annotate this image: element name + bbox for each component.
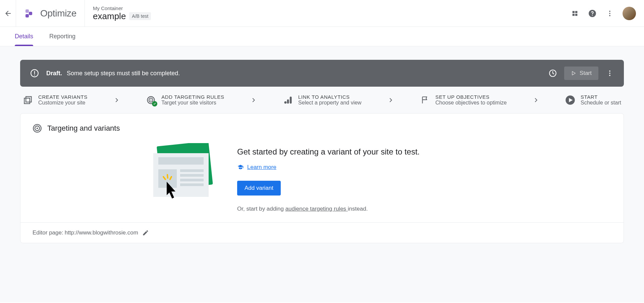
graduation-icon	[237, 164, 244, 171]
more-vert-icon	[606, 10, 613, 17]
header-actions	[570, 7, 636, 20]
svg-rect-8	[34, 71, 35, 74]
flag-icon	[420, 95, 430, 105]
setup-steps: CREATE VARIANTS Customize your site ADD …	[20, 87, 624, 113]
svg-rect-0	[25, 9, 29, 13]
start-button-label: Start	[580, 70, 592, 77]
editor-page-url: http://www.blogwithrosie.com	[65, 229, 138, 236]
product-logo[interactable]: Optimize	[16, 0, 85, 27]
step-create-variants[interactable]: CREATE VARIANTS Customize your site	[23, 94, 88, 106]
svg-point-11	[609, 71, 610, 72]
experiment-name[interactable]: example	[93, 11, 126, 21]
breadcrumb: My Container example A/B test	[85, 5, 151, 21]
card-header: Targeting and variants	[33, 124, 611, 133]
svg-point-19	[284, 101, 287, 103]
status-banner: Draft. Some setup steps must still be co…	[20, 60, 624, 87]
svg-point-4	[609, 10, 610, 12]
svg-point-18	[150, 99, 152, 101]
svg-rect-20	[287, 99, 289, 103]
chevron-right-icon	[113, 96, 120, 104]
svg-rect-21	[290, 96, 292, 103]
svg-rect-14	[24, 98, 30, 103]
card-headline: Get started by creating a variant of you…	[237, 147, 420, 157]
editor-page-label: Editor page:	[33, 229, 63, 236]
step-sub: Target your site visitors	[161, 100, 224, 106]
step-targeting-rules[interactable]: ADD TARGETING RULES Target your site vis…	[146, 94, 224, 106]
analytics-icon	[283, 95, 293, 105]
learn-more-label: Learn more	[247, 164, 276, 171]
tabs: Details Reporting	[0, 27, 644, 46]
help-icon	[588, 9, 597, 18]
status-label: Draft.	[46, 70, 62, 77]
alert-icon	[30, 68, 40, 78]
chevron-right-icon	[532, 96, 540, 104]
chevron-right-icon	[250, 96, 257, 104]
clock-icon	[548, 69, 557, 78]
status-message: Some setup steps must still be completed…	[67, 70, 180, 77]
pencil-icon	[142, 229, 149, 236]
card-title: Targeting and variants	[47, 124, 120, 133]
checkmark-icon	[152, 101, 157, 106]
svg-rect-32	[180, 179, 204, 181]
start-button[interactable]: Start	[564, 67, 598, 80]
step-link-analytics[interactable]: LINK TO ANALYTICS Select a property and …	[283, 94, 362, 106]
svg-line-35	[167, 175, 168, 178]
edit-editor-page-button[interactable]	[142, 229, 149, 236]
svg-rect-28	[158, 157, 204, 165]
step-title: CREATE VARIANTS	[38, 94, 88, 100]
experiment-type-chip: A/B test	[129, 12, 151, 20]
alt-text: Or, start by adding audience targeting r…	[237, 206, 420, 212]
chevron-right-icon	[387, 96, 394, 104]
banner-more-button[interactable]	[605, 69, 614, 78]
step-sub: Choose objectives to optimize	[435, 100, 507, 106]
variant-illustration	[147, 143, 214, 200]
main-content: Draft. Some setup steps must still be co…	[0, 46, 644, 302]
card-footer: Editor page: http://www.blogwithrosie.co…	[20, 222, 624, 243]
step-title: LINK TO ANALYTICS	[298, 94, 362, 100]
svg-rect-2	[25, 14, 29, 17]
more-vert-icon	[606, 70, 613, 77]
tab-reporting[interactable]: Reporting	[49, 27, 75, 46]
apps-icon	[571, 10, 579, 17]
optimize-icon	[24, 7, 36, 19]
step-sub: Customize your site	[38, 100, 88, 106]
product-name: Optimize	[40, 8, 76, 19]
arrow-back-icon	[4, 9, 12, 17]
add-variant-button[interactable]: Add variant	[237, 181, 281, 196]
svg-point-13	[609, 75, 610, 76]
schedule-button[interactable]	[548, 69, 557, 78]
apps-button[interactable]	[570, 9, 580, 18]
app-header: Optimize My Container example A/B test	[0, 0, 644, 27]
tab-details[interactable]: Details	[15, 27, 33, 46]
step-title: ADD TARGETING RULES	[161, 94, 224, 100]
step-title: START	[581, 94, 621, 100]
targeting-card: Targeting and variants	[20, 113, 624, 243]
audience-targeting-link[interactable]: audience targeting rules	[285, 206, 348, 212]
step-title: SET UP OBJECTIVES	[435, 94, 507, 100]
help-button[interactable]	[588, 9, 597, 18]
more-button[interactable]	[605, 9, 614, 18]
play-icon	[571, 71, 576, 76]
svg-rect-1	[29, 12, 32, 15]
step-start[interactable]: START Schedule or start	[565, 94, 621, 106]
svg-point-25	[37, 128, 38, 129]
variants-icon	[23, 95, 33, 105]
step-sub: Schedule or start	[581, 100, 621, 106]
svg-point-5	[609, 13, 610, 14]
back-button[interactable]	[0, 0, 16, 27]
svg-point-12	[609, 73, 610, 74]
svg-rect-33	[180, 183, 204, 186]
play-circle-icon	[565, 95, 575, 105]
learn-more-link[interactable]: Learn more	[237, 164, 420, 171]
svg-rect-30	[180, 169, 204, 172]
target-icon	[33, 124, 42, 133]
svg-rect-15	[26, 96, 31, 102]
svg-rect-31	[180, 174, 204, 177]
step-objectives[interactable]: SET UP OBJECTIVES Choose objectives to o…	[420, 94, 507, 106]
svg-rect-9	[34, 75, 35, 75]
step-sub: Select a property and view	[298, 100, 362, 106]
svg-point-6	[609, 15, 610, 16]
container-name[interactable]: My Container	[93, 5, 151, 11]
target-icon	[146, 95, 156, 105]
avatar[interactable]	[623, 7, 636, 20]
